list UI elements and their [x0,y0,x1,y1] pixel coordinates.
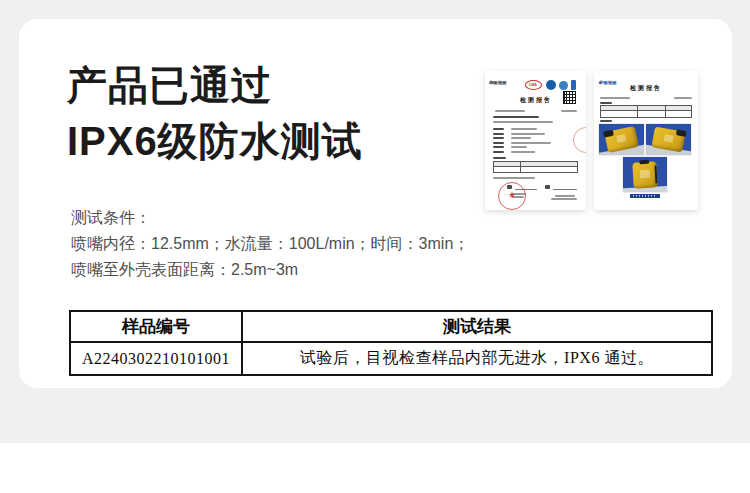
header-cell-sample-id: 样品编号 [70,311,242,342]
note-line [493,177,535,179]
ilac-badge-icon [559,81,568,90]
field-label-bar [493,151,504,153]
page-title: 产品已通过 IPX6级防水测试 [67,57,363,169]
sample-info-divider [665,106,666,117]
qr-code-icon [563,91,576,104]
field-value-bar [511,151,535,153]
field-label-bar [493,128,504,130]
table-row: A2240302210101001 试验后，目视检查样品内部无进水，IPX6 通… [70,342,712,375]
text-line [493,116,539,118]
title-line-1: 产品已通过 [67,57,363,113]
bag-print-label [616,134,626,143]
field-label-bar [493,137,504,139]
mini-table-header [494,162,577,167]
field-label-bar [493,142,504,144]
result-table: 样品编号 测试结果 A2240302210101001 试验后，目视检查样品内部… [69,310,713,376]
section-label-bar [600,102,612,104]
field-value-bar [511,128,537,130]
signature-text [555,195,575,197]
field-value-bar [511,142,551,144]
report-thumbnail-2: ■ 华测检测 检测报告 [594,71,698,210]
test-conditions: 测试条件： 喷嘴内径：12.5mm；水流量：100L/min；时间：3min； … [71,205,469,283]
mini-table-divider [520,162,521,172]
conditions-line-1: 喷嘴内径：12.5mm；水流量：100L/min；时间：3min； [71,231,469,257]
cnas-badge-icon [546,80,556,90]
bag-flap [603,130,614,138]
section-label-bar [600,120,612,122]
bag-print-label [640,170,650,179]
bag-print-label [664,134,674,142]
report-thumbnail-1: cti 华测检测 CMA 检测报告 [485,71,586,210]
sample-info-divider [637,106,638,117]
field-label-bar [493,133,504,135]
conditions-line-2: 喷嘴至外壳表面距离：2.5m~3m [71,257,469,283]
text-line [495,110,525,112]
stamp-star-icon: ★ [499,191,525,200]
sample-info-table [600,105,692,118]
cert-mark-icon [571,80,576,90]
report2-title: 检测报告 [594,84,698,93]
bag-buckle [639,160,649,165]
photo-caption-bar [630,194,660,198]
sample-photo-2 [646,124,691,155]
seal-stamp-icon: ★ [498,182,526,210]
sample-photo-3 [623,157,667,192]
report1-title: 检测报告 [503,96,569,105]
conditions-label: 测试条件： [71,205,469,231]
header-cell-test-result: 测试结果 [242,311,712,342]
sample-info-header [601,106,691,111]
test-result-cell: 试验后，目视检查样品内部无进水，IPX6 通过。 [242,342,712,375]
round-stamp-icon [573,127,586,153]
signature-line [553,189,577,190]
title-line-2: IPX6级防水测试 [67,113,363,169]
bag-flap [676,129,687,137]
field-value-bar [511,137,531,139]
text-line [600,97,630,99]
table-header-row: 样品编号 测试结果 [70,311,712,342]
cti-logo-cn-text: 华测检测 [489,80,506,84]
field-value-bar [511,133,545,135]
mini-result-table [493,161,578,173]
bag-strap [655,165,658,183]
content-card: 产品已通过 IPX6级防水测试 测试条件： 喷嘴内径：12.5mm；水流量：10… [19,19,732,388]
signature-text [551,198,577,200]
text-line [561,110,577,112]
cma-badge-icon: CMA [525,80,542,90]
section-label-bar [493,157,506,159]
signature-label [545,185,550,189]
text-line [674,97,692,99]
dry-bag [632,161,657,188]
sample-photo-1 [599,124,644,155]
field-label-bar [493,146,504,148]
text-line [493,121,553,123]
field-value-bar [511,146,527,148]
product-detail-section: 产品已通过 IPX6级防水测试 测试条件： 喷嘴内径：12.5mm；水流量：10… [0,0,750,493]
sample-id-cell: A2240302210101001 [70,342,242,375]
